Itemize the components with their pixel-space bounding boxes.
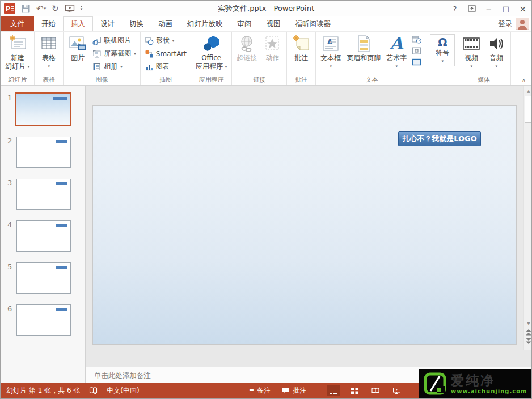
group-illustrations: 形状 ▾ SmartArt 图表 插图 [141, 32, 191, 85]
scroll-down-icon[interactable]: ▼ [524, 319, 532, 328]
redo-icon[interactable]: ↻ [52, 2, 59, 15]
slide-thumbnail-3[interactable] [16, 179, 71, 210]
new-slide-button[interactable]: 新建 幻灯片 ▾ [2, 33, 32, 71]
audio-icon [487, 35, 506, 53]
powerpoint-logo-icon[interactable]: P [4, 2, 15, 15]
header-footer-icon [354, 35, 373, 53]
slideshow-icon [393, 388, 400, 394]
normal-view-button[interactable] [327, 385, 340, 396]
language-indicator[interactable]: 中文(中国) [107, 386, 139, 396]
comments-toggle-label: 批注 [293, 386, 306, 396]
photo-album-button[interactable]: 相册 ▾ [90, 60, 138, 73]
group-symbols: Ω 符号 ▾ [428, 32, 457, 85]
help-button[interactable]: ? [446, 2, 463, 15]
slide-number: 5 [7, 262, 12, 271]
minimize-button[interactable]: − [480, 2, 497, 15]
undo-icon[interactable]: ↶▾ [36, 2, 46, 15]
textbox-button[interactable]: A 文本框 ▾ [318, 33, 344, 71]
wordart-button[interactable]: A 艺术字 ▾ [383, 33, 409, 71]
tab-foxit-reader[interactable]: 福昕阅读器 [288, 16, 339, 31]
tab-insert[interactable]: 插入 [63, 16, 93, 31]
sign-in-button[interactable]: 登录 [498, 19, 512, 29]
slide-thumbnail-1[interactable] [15, 92, 71, 126]
slideshow-view-button[interactable] [390, 385, 403, 396]
watermark-overlay: 爱纯净 www.aichunjing.com [419, 369, 531, 398]
slide-counter[interactable]: 幻灯片 第 1 张，共 6 张 [6, 386, 80, 396]
screenshot-button[interactable]: 屏幕截图 ▾ [90, 47, 138, 60]
logo-text-box[interactable]: 扎心不？我就是LOGO [398, 131, 481, 146]
slide-thumbnail-2[interactable] [16, 137, 71, 168]
slide-number: 1 [7, 94, 12, 102]
button-label: SmartArt [156, 50, 187, 58]
collapse-ribbon-button[interactable]: ∧ [522, 77, 526, 83]
slide-canvas[interactable]: 扎心不？我就是LOGO [92, 105, 517, 345]
tab-animations[interactable]: 动画 [151, 16, 180, 31]
slide-number: 3 [7, 179, 12, 187]
vertical-scrollbar[interactable]: ▲ ▼ [523, 86, 532, 350]
symbol-button[interactable]: Ω 符号 ▾ [430, 34, 455, 66]
action-button[interactable]: 动作 [260, 33, 285, 62]
dropdown-arrow-icon: ▾ [442, 57, 444, 66]
audio-button[interactable]: 音频 ▾ [484, 33, 509, 71]
slide-sorter-view-button[interactable] [348, 385, 361, 396]
button-label: 应用程序 ▾ [196, 62, 227, 71]
wordart-icon: A [387, 35, 406, 53]
group-media: 视频 ▾ 音频 ▾ 媒体 [457, 32, 511, 85]
video-button[interactable]: 视频 ▾ [459, 33, 484, 71]
button-label: 符号 [436, 49, 449, 57]
notes-toggle-button[interactable]: ≡ 备注 [249, 386, 271, 396]
help-glyph: ? [453, 5, 457, 13]
hyperlink-icon [237, 35, 256, 53]
group-images: 图片 联机图片 屏幕截图 ▾ 相册 ▾ 图像 [64, 32, 141, 85]
office-apps-button[interactable]: Office 应用程序 ▾ [193, 33, 230, 71]
header-footer-button[interactable]: 页眉和页脚 [344, 33, 383, 62]
tab-design[interactable]: 设计 [93, 16, 122, 31]
button-label: 图片 [71, 54, 85, 62]
smartart-button[interactable]: SmartArt [142, 47, 189, 60]
comment-button[interactable]: 批注 [289, 33, 314, 62]
group-label: 图像 [64, 75, 140, 84]
tab-view[interactable]: 视图 [259, 16, 288, 31]
picture-button[interactable]: 图片 [65, 33, 90, 62]
office-apps-icon [202, 35, 221, 53]
tab-home[interactable]: 开始 [34, 16, 63, 31]
close-button[interactable]: × [514, 2, 531, 15]
online-pictures-button[interactable]: 联机图片 [90, 34, 138, 47]
slide-number-button[interactable] [411, 46, 425, 56]
scrollbar-thumb[interactable] [525, 96, 532, 123]
tab-review[interactable]: 审阅 [230, 16, 259, 31]
slide-thumbnail-4[interactable] [16, 220, 71, 252]
main-area: 1 2 3 4 5 6 [1, 86, 532, 384]
chart-button[interactable]: 图表 [142, 60, 189, 73]
start-slideshow-icon[interactable] [65, 2, 75, 15]
comments-toggle-button[interactable]: 批注 [282, 386, 306, 396]
window-controls: ? − □ × [446, 1, 531, 16]
table-button[interactable]: 表格 ▾ [36, 33, 61, 71]
tab-slideshow[interactable]: 幻灯片放映 [180, 16, 230, 31]
object-button[interactable] [411, 57, 425, 67]
dropdown-arrow-icon: ▾ [172, 39, 175, 43]
spell-check-icon[interactable] [89, 387, 98, 394]
maximize-button[interactable]: □ [497, 2, 514, 15]
user-avatar-icon[interactable] [516, 18, 529, 30]
tab-transitions[interactable]: 切换 [122, 16, 151, 31]
date-time-button[interactable] [411, 35, 425, 44]
double-up-icon [526, 329, 531, 336]
customize-qat-icon[interactable]: ▾ [81, 2, 83, 15]
next-slide-button[interactable] [524, 337, 532, 345]
reading-view-button[interactable] [369, 385, 382, 396]
shapes-button[interactable]: 形状 ▾ [142, 34, 189, 47]
button-label: 视频 [465, 54, 478, 62]
tab-file[interactable]: 文件 [1, 16, 34, 31]
scroll-up-icon[interactable]: ▲ [524, 87, 532, 96]
images-small-buttons: 联机图片 屏幕截图 ▾ 相册 ▾ [90, 33, 138, 73]
hyperlink-button[interactable]: 超链接 [234, 33, 260, 62]
slide-thumbnail-6[interactable] [16, 304, 71, 336]
dropdown-arrow-icon: ▾ [471, 62, 473, 71]
slide-thumbnail-5[interactable] [16, 262, 71, 294]
slide-number: 6 [7, 304, 12, 313]
ribbon-display-options-button[interactable] [463, 2, 480, 15]
previous-slide-button[interactable] [524, 328, 532, 336]
save-icon[interactable] [21, 2, 31, 15]
textbox-icon: A [321, 35, 340, 53]
